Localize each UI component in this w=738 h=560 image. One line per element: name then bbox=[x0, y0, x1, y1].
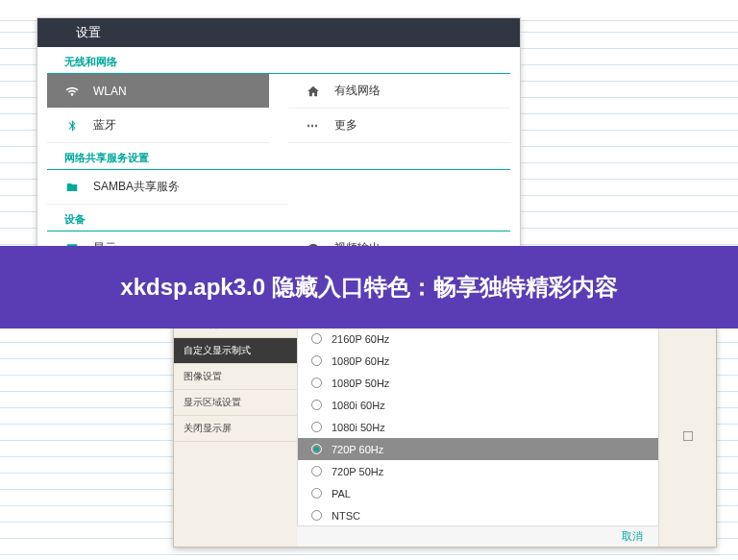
option-label: 1080P 60Hz bbox=[332, 355, 389, 367]
option-label: NTSC bbox=[332, 510, 360, 522]
window-title: 设置 bbox=[76, 24, 101, 41]
resolution-option[interactable]: NTSC bbox=[298, 504, 658, 526]
option-label: 720P 60Hz bbox=[332, 444, 383, 455]
resolution-option[interactable]: 720P 60Hz bbox=[298, 438, 658, 460]
wifi-icon bbox=[64, 84, 80, 99]
side-item-selected[interactable]: 自定义显示制式 bbox=[174, 338, 297, 364]
side-item[interactable]: 关闭显示屏 bbox=[174, 416, 297, 442]
item-more[interactable]: ⋯ 更多 bbox=[288, 109, 510, 143]
dialog-footer: 取消 bbox=[297, 525, 658, 547]
overlay-banner: xkdsp.apk3.0 隐藏入口特色：畅享独特精彩内容 bbox=[0, 246, 738, 329]
side-item[interactable]: 图像设置 bbox=[174, 364, 297, 390]
item-samba[interactable]: SAMBA共享服务 bbox=[47, 170, 288, 205]
banner-text: xkdsp.apk3.0 隐藏入口特色：畅享独特精彩内容 bbox=[120, 270, 617, 304]
resolution-option[interactable]: 1080i 50Hz bbox=[298, 416, 658, 438]
radio-icon bbox=[311, 422, 322, 432]
radio-icon bbox=[311, 355, 322, 366]
option-label: 1080P 50Hz bbox=[332, 377, 389, 389]
item-label: SAMBA共享服务 bbox=[93, 179, 180, 195]
resolution-option[interactable]: PAL bbox=[298, 482, 658, 504]
bluetooth-icon bbox=[64, 118, 80, 134]
radio-icon bbox=[311, 466, 322, 476]
radio-icon bbox=[311, 377, 322, 388]
resolution-option[interactable]: 1080P 60Hz bbox=[298, 350, 658, 372]
titlebar: 设置 bbox=[37, 18, 520, 47]
item-wired[interactable]: 有线网络 bbox=[288, 74, 510, 109]
resolution-option[interactable]: 1080P 50Hz bbox=[298, 372, 658, 394]
item-bluetooth[interactable]: 蓝牙 bbox=[47, 109, 269, 143]
option-label: 720P 50Hz bbox=[332, 466, 383, 477]
radio-icon bbox=[311, 510, 322, 521]
item-label: 蓝牙 bbox=[93, 117, 116, 134]
option-label: 2160P 60Hz bbox=[332, 333, 389, 345]
item-label: WLAN bbox=[93, 85, 127, 98]
item-label: 更多 bbox=[334, 117, 357, 134]
checkbox[interactable] bbox=[683, 431, 693, 441]
resolution-option[interactable]: 2160P 60Hz bbox=[298, 328, 658, 350]
side-item[interactable]: 显示区域设置 bbox=[174, 390, 297, 416]
item-wlan[interactable]: WLAN bbox=[47, 74, 269, 109]
radio-icon bbox=[311, 400, 322, 410]
more-icon: ⋯ bbox=[306, 118, 321, 134]
section-header-device: 设备 bbox=[47, 205, 510, 231]
radio-icon bbox=[311, 333, 322, 344]
confirm-button[interactable]: 取消 bbox=[622, 529, 643, 544]
resolution-option[interactable]: 720P 50Hz bbox=[298, 460, 658, 482]
option-label: 1080i 60Hz bbox=[332, 400, 385, 411]
radio-icon bbox=[311, 444, 322, 454]
section-header-sharing: 网络共享服务设置 bbox=[47, 143, 510, 170]
section-header-wireless: 无线和网络 bbox=[47, 47, 510, 74]
home-icon bbox=[306, 84, 321, 99]
resolution-option[interactable]: 1080i 60Hz bbox=[298, 394, 658, 416]
radio-icon bbox=[311, 488, 322, 499]
option-label: 1080i 50Hz bbox=[332, 422, 385, 433]
item-label: 有线网络 bbox=[334, 83, 381, 99]
folder-icon bbox=[64, 180, 80, 195]
option-label: PAL bbox=[332, 488, 351, 499]
